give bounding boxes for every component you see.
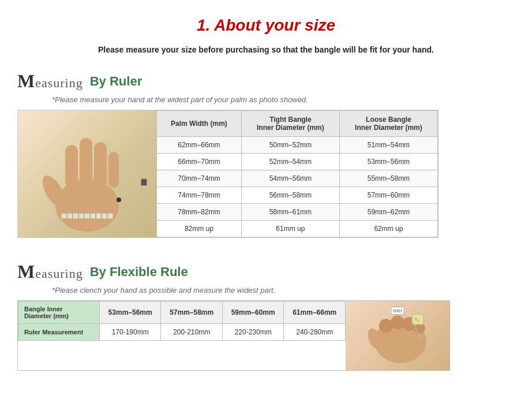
flex-col-header-cell: 53mm–56mm — [99, 301, 161, 324]
hand-illustration — [29, 116, 145, 232]
table-cell: 53mm–56mm — [339, 154, 437, 170]
table-header-loose: Loose BangleInner Diameter (mm) — [339, 111, 437, 137]
page-subtitle: Please measure your size before purchasi… — [17, 45, 515, 54]
svg-point-15 — [117, 198, 121, 202]
flexible-content-area: Bangle InnerDiameter (mm) 53mm–56mm57mm–… — [17, 300, 450, 371]
ruler-section-header: Measuring By Ruler — [17, 70, 515, 92]
table-cell: 70mm–74mm — [157, 170, 242, 187]
table-cell: 58mm–61mm — [241, 204, 339, 221]
flex-col-header-cell: 59mm–60mm — [222, 301, 284, 324]
hand-image-ruler: 用百尺测量手掌最宽处 — [18, 110, 156, 237]
flexible-section-header: Measuring By Flexible Rule — [17, 261, 515, 282]
table-cell: 82mm up — [157, 221, 242, 237]
table-cell: 59mm–62mm — [339, 204, 437, 221]
flexible-size-table: Bangle InnerDiameter (mm) 53mm–56mm57mm–… — [18, 301, 346, 341]
svg-rect-3 — [80, 138, 92, 187]
big-m-ruler: M — [17, 70, 35, 91]
by-flexible-label: By Flexible Rule — [90, 265, 188, 280]
table-cell: 57mm–60mm — [339, 187, 437, 204]
ruler-note: *Please measure your hand at the widest … — [52, 95, 515, 104]
flex-col-header: Bangle InnerDiameter (mm) — [18, 301, 100, 324]
table-header-tight: Tight BangleInner Diameter (mm) — [241, 111, 339, 137]
flex-col-header-cell: 61mm–66mm — [284, 301, 346, 324]
table-cell: 56mm–58mm — [241, 187, 339, 204]
table-cell: 62mm up — [339, 221, 437, 237]
flex-col-header-cell: 57mm–58mm — [161, 301, 223, 324]
tape-measure-indicator: mm — [391, 307, 404, 315]
table-cell: 55mm–58mm — [339, 170, 437, 187]
by-ruler-label: By Ruler — [90, 74, 142, 89]
flex-table-area: Bangle InnerDiameter (mm) 53mm–56mm57mm–… — [18, 301, 346, 370]
flex-row-header: Ruler Measurement — [18, 324, 100, 341]
ruler-size-table: Palm Width (mm) Tight BangleInner Diamet… — [156, 110, 438, 237]
flexible-section: Measuring By Flexible Rule *Please clenc… — [17, 261, 515, 371]
table-cell: 62mm–66mm — [157, 137, 242, 154]
table-cell: 61mm up — [241, 221, 339, 237]
svg-rect-2 — [65, 145, 78, 188]
svg-text:📏: 📏 — [414, 316, 419, 322]
svg-point-0 — [55, 180, 119, 232]
table-cell: 78mm–82mm — [157, 204, 242, 221]
table-header-palm: Palm Width (mm) — [157, 111, 242, 137]
table-cell: 52mm–54mm — [241, 154, 339, 170]
flex-row-value: 200-210mm — [161, 324, 223, 341]
flex-row-value: 240-280mm — [284, 324, 346, 341]
svg-rect-6 — [61, 213, 113, 219]
ruler-content-area: 用百尺测量手掌最宽处 Palm Width (mm) Tight BangleI… — [17, 110, 439, 238]
table-cell: 54mm–56mm — [241, 170, 339, 187]
hand-photo-flexible: 📏 mm — [346, 301, 449, 370]
table-cell: 66mm–70mm — [157, 154, 242, 170]
flex-row-value: 220-230mm — [222, 324, 284, 341]
flex-row-value: 170-190mm — [99, 324, 161, 341]
measuring-label-ruler: Measuring — [17, 70, 83, 92]
page-title: 1. About your size — [17, 12, 515, 35]
measuring-label-flex: Measuring — [17, 261, 83, 282]
table-cell: 74mm–78mm — [157, 187, 242, 204]
big-m-flex: M — [17, 261, 35, 282]
table-cell: 51mm–54mm — [339, 137, 437, 154]
flexible-note: *Please clench your hand as possible and… — [52, 286, 515, 295]
svg-rect-4 — [94, 142, 107, 187]
svg-rect-5 — [108, 152, 119, 188]
table-cell: 50mm–52mm — [241, 137, 339, 154]
